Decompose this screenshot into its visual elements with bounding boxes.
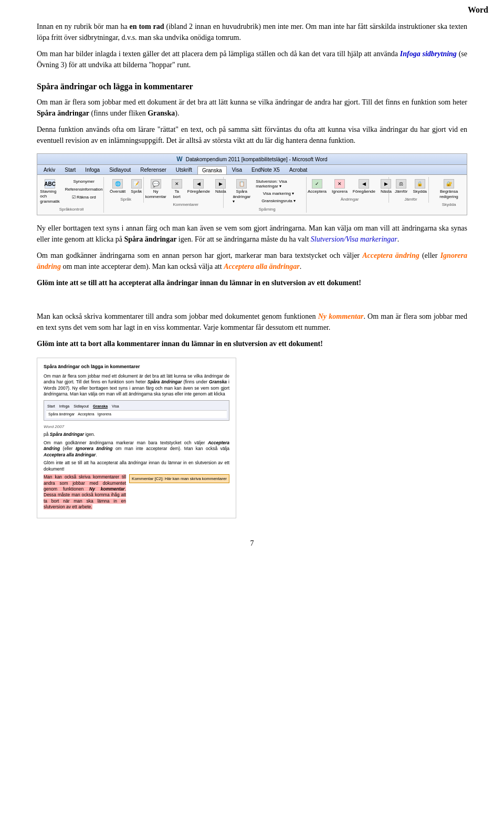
word-icon: W (176, 155, 182, 163)
ss-spara-2: Spåra ändringar (50, 432, 84, 437)
referensinformation-button[interactable]: Referensinformation (64, 186, 104, 193)
ribbon-group-jamfor: ⚖ Jämför 🔒 Skydda Jämför (393, 177, 429, 203)
screenshot-p3: Om man godkänner ändringarna markerar ma… (44, 440, 229, 458)
tab-utskrift[interactable]: Utskrift (172, 166, 196, 174)
screenshot-ribbon: Start Infoga Sidlayout Granska Visa Spår… (44, 400, 229, 421)
skydda-icon: 🔒 (415, 179, 425, 189)
bold-text-1: en tom rad (130, 23, 164, 30)
nasta-a-button[interactable]: ▶ Nästa (379, 178, 393, 195)
screenshot-p5: Man kan också skriva kommentarer till an… (44, 474, 126, 510)
sprak-label: Språk (120, 197, 131, 202)
word-label: Word (468, 5, 488, 15)
stavning-items: ABC Stavning och grammatik Synonymer Ref… (38, 178, 104, 205)
jamfor-label: Jämför (404, 197, 417, 202)
begr-icon: 🔐 (444, 179, 454, 189)
ribbon-group-skydda: 🔐 Begränsa redigering Skydda (433, 177, 465, 208)
important-block-1: Glöm inte att se till att ha accepterat … (37, 277, 467, 288)
ribbon-title: Datakompendium 2011 [kompatibilitetsläge… (186, 156, 328, 162)
spara-andringar-bold: Spåra ändringar (37, 109, 89, 117)
section-heading-spara: Spåra ändringar och lägga in kommentarer (37, 82, 467, 91)
skydda-button[interactable]: 🔒 Skydda (411, 178, 428, 195)
important-block-2: Glöm inte att ta bort alla kommentarer i… (37, 338, 467, 349)
paragraph-6: Om man godkänner ändringarna som en anna… (37, 250, 467, 272)
paragraph-5: Ny eller borttagen text syns i annan fär… (37, 223, 467, 245)
ss-granska: Granska (209, 379, 227, 384)
paragraph-8: Man kan också skriva kommentarer till an… (37, 311, 467, 333)
spacer-1 (37, 295, 467, 306)
acceptera-andring: Acceptera ändring (362, 252, 419, 259)
page: Word Innan en ny rubrik bör man ha en to… (0, 0, 504, 579)
tab-arkiv[interactable]: Arkiv (39, 166, 59, 174)
tab-acrobat[interactable]: Acrobat (285, 166, 311, 174)
ribbon-group-sprak: 🌐 Översätt 📝 Språk Språk (108, 177, 144, 203)
tab-endnote[interactable]: EndNote X5 (247, 166, 284, 174)
document-screenshot: Spåra ändringar och lägga in kommentarer… (37, 358, 236, 518)
page-number: 7 (37, 539, 467, 548)
screenshot-last-row: Man kan också skriva kommentarer till an… (44, 474, 229, 513)
acceptera-alla-andringar: Acceptera alla ändringar (224, 263, 300, 270)
abc-button[interactable]: ABC Stavning och grammatik (38, 178, 61, 205)
word-2007-label: Word 2007 (44, 424, 229, 430)
foregaende-k-icon: ◀ (193, 179, 204, 189)
sprak-icon: 📝 (131, 179, 142, 189)
foregaende-a-button[interactable]: ◀ Föregående (351, 178, 377, 195)
tab-sidlayout[interactable]: Sidlayout (105, 166, 135, 174)
oversatt-icon: 🌐 (112, 179, 123, 189)
infoga-sidbrytning-link: Infoga sidbrytning (400, 50, 457, 58)
foregaende-kommentar-button[interactable]: ◀ Föregående (186, 178, 212, 200)
screenshot-title: Spåra ändringar och lägga in kommentarer (44, 363, 229, 370)
ignorera-button[interactable]: ✕ Ignorera (330, 178, 349, 195)
ribbon-group-stavning: ABC Stavning och grammatik Synonymer Ref… (39, 177, 104, 213)
tab-start[interactable]: Start (60, 166, 80, 174)
jamfor-icon: ⚖ (396, 179, 406, 189)
nasta-kommentar-button[interactable]: ▶ Nästa (214, 178, 228, 200)
ny-kommentar-button[interactable]: 💬 Ny kommentar (144, 178, 168, 200)
begr-redigering-button[interactable]: 🔐 Begränsa redigering (438, 178, 460, 200)
jamfor-button[interactable]: ⚖ Jämför (393, 178, 409, 195)
synonymer-button[interactable]: Synonymer (64, 178, 104, 185)
andringar-items: ✓ Acceptera ✕ Ignorera ◀ Föregående ▶ Nä… (306, 178, 393, 195)
tab-referenser[interactable]: Referenser (136, 166, 170, 174)
skydda-items: 🔐 Begränsa redigering (438, 178, 460, 200)
ribbon-title-bar: W Datakompendium 2011 [kompatibilitetslä… (37, 154, 467, 165)
sprak-button[interactable]: 📝 Språk (129, 178, 143, 195)
granska-bold: Granska (148, 109, 175, 117)
screenshot-p2: på Spåra ändringar igen. (44, 432, 229, 437)
sparning-label: Spårning (259, 207, 276, 212)
ribbon-group-sparning: 📋 Spåra ändringar ▾ Slutversion: Visa ma… (228, 177, 307, 213)
jamfor-items: ⚖ Jämför 🔒 Skydda (393, 178, 428, 195)
ribbon-screenshot: W Datakompendium 2011 [kompatibilitetslä… (37, 153, 467, 215)
acceptera-button[interactable]: ✓ Acceptera (306, 178, 328, 195)
ignorera-icon: ✕ (334, 179, 345, 189)
tab-granska[interactable]: Granska (197, 166, 227, 174)
paragraph-2: Om man har bilder inlagda i texten gälle… (37, 48, 467, 70)
visa-markering-button[interactable]: Visa markering ▾ (254, 190, 303, 197)
ny-kommentar-text: Ny kommentar (318, 312, 364, 320)
tab-infoga[interactable]: Infoga (81, 166, 104, 174)
spara-bold-2: Spåra ändringar (124, 235, 176, 243)
rakna-ord-button[interactable]: ☑ Räkna ord (64, 194, 104, 201)
stavning-label: Språkkontroll (59, 207, 84, 212)
spara-andringar-icon: 📋 (236, 179, 247, 189)
foregaende-a-icon: ◀ (359, 179, 369, 189)
granskningsruta-button[interactable]: Granskningsruta ▾ (254, 197, 303, 204)
ss-ny-kommentar: Ny kommentar (89, 486, 125, 492)
screenshot-p1: Om man är flera som jobbar med ett dokum… (44, 373, 229, 398)
slutversion-button[interactable]: Slutversion: Visa markeringar ▾ (254, 178, 303, 190)
ss-acceptera: Acceptera ändring (44, 440, 229, 451)
paragraph-1: Innan en ny rubrik bör man ha en tom rad… (37, 21, 467, 43)
ta-bort-button[interactable]: ✕ Ta bort (170, 178, 184, 200)
ribbon-group-andringar: ✓ Acceptera ✕ Ignorera ◀ Föregående ▶ Nä… (311, 177, 389, 203)
skydda-label2: Skydda (442, 202, 456, 207)
spara-andringar-button[interactable]: 📋 Spåra ändringar ▾ (231, 178, 252, 205)
tab-visa[interactable]: Visa (228, 166, 246, 174)
nasta-k-icon: ▶ (215, 179, 226, 189)
sparning-items: 📋 Spåra ändringar ▾ Slutversion: Visa ma… (231, 178, 303, 205)
oversatt-button[interactable]: 🌐 Översätt (108, 178, 127, 195)
kommentarer-label: Kommentarer (173, 202, 198, 207)
ribbon-content: ABC Stavning och grammatik Synonymer Ref… (37, 175, 467, 215)
acceptera-icon: ✓ (312, 179, 322, 189)
ny-kommentar-icon: 💬 (151, 179, 161, 189)
paragraph-3: Om man är flera som jobbar med ett dokum… (37, 97, 467, 119)
ribbon-group-kommentarer: 💬 Ny kommentar ✕ Ta bort ◀ Föregående (148, 177, 224, 208)
